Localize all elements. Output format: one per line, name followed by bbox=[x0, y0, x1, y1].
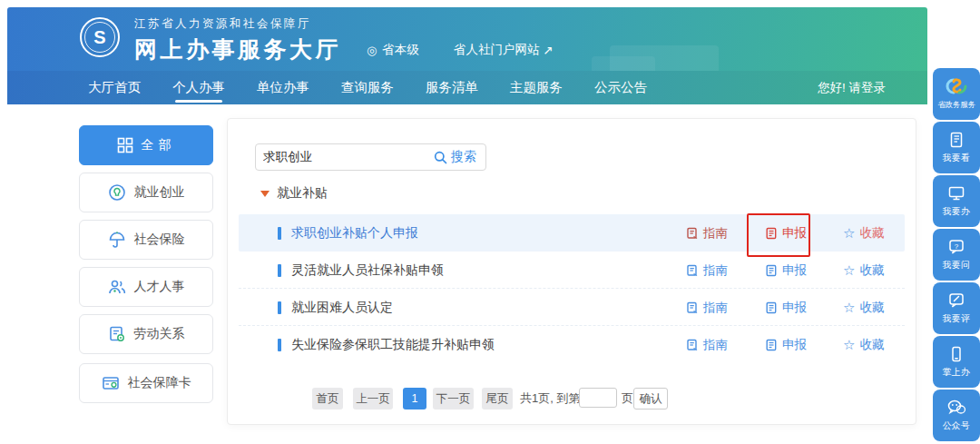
guide-label: 指南 bbox=[703, 262, 728, 279]
search-input[interactable] bbox=[256, 151, 430, 164]
svg-text:?: ? bbox=[955, 242, 959, 251]
rail-item-wechat[interactable]: 公众号 bbox=[933, 390, 980, 441]
rail-item-mobile[interactable]: 掌上办 bbox=[933, 336, 980, 388]
service-row: 失业保险参保职工技能提升补贴申领 指南 bbox=[239, 326, 905, 363]
nav-item-topics[interactable]: 主题服务 bbox=[509, 71, 564, 104]
service-row: 求职创业补贴个人申报 指南 bbox=[239, 214, 905, 252]
sidebar-item-social-security-card[interactable]: 社会保障卡 bbox=[79, 363, 213, 403]
portal-site-link[interactable]: 省人社门户网站 ↗ bbox=[454, 42, 554, 58]
star-icon: ☆ bbox=[843, 301, 855, 314]
apply-form-icon bbox=[765, 301, 778, 314]
rail-item-label: 我要问 bbox=[943, 259, 970, 271]
page-first-button[interactable]: 首页 bbox=[312, 388, 343, 409]
rail-item-label: 省政务服务 bbox=[937, 100, 975, 110]
favorite-link[interactable]: ☆ 收藏 bbox=[843, 326, 884, 363]
row-marker bbox=[278, 339, 281, 351]
sidebar-item-talent[interactable]: 人才人事 bbox=[79, 267, 213, 307]
apply-link[interactable]: 申报 bbox=[765, 289, 807, 326]
service-title-link[interactable]: 就业困难人员认定 bbox=[291, 289, 393, 326]
sidebar-item-labor-relations[interactable]: 劳动关系 bbox=[79, 314, 213, 354]
chevron-down-icon bbox=[260, 191, 270, 197]
nav-item-company[interactable]: 单位办事 bbox=[256, 71, 310, 104]
people-icon bbox=[108, 278, 126, 296]
page-number-current[interactable]: 1 bbox=[403, 388, 426, 409]
apply-link[interactable]: 申报 bbox=[765, 326, 807, 363]
rail-item-label: 我要评 bbox=[943, 312, 970, 324]
service-list-panel: 搜索 就业补贴 求职创业补贴个人申报 指南 bbox=[227, 118, 916, 425]
gov-service-logo bbox=[945, 76, 968, 96]
page-confirm-button[interactable]: 确认 bbox=[633, 388, 668, 409]
rail-item-handle[interactable]: 我要办 bbox=[933, 175, 980, 227]
favorite-label: 收藏 bbox=[859, 262, 884, 279]
guide-doc-icon bbox=[686, 264, 699, 277]
service-title-link[interactable]: 求职创业补贴个人申报 bbox=[291, 214, 418, 252]
service-title-link[interactable]: 灵活就业人员社保补贴申领 bbox=[291, 252, 444, 289]
portal-page: S 江苏省人力资源和社会保障厅 网上办事服务大厅 ◎ 省本级 省人社门户网站 ↗… bbox=[0, 0, 980, 444]
nav-item-service-list[interactable]: 服务清单 bbox=[425, 71, 479, 104]
category-toggle[interactable]: 就业补贴 bbox=[260, 185, 328, 202]
favorite-link[interactable]: ☆ 收藏 bbox=[843, 252, 884, 289]
rail-item-gov-service[interactable]: 省政务服务 bbox=[933, 68, 980, 120]
search-button[interactable]: 搜索 bbox=[430, 149, 485, 165]
header-decoration bbox=[592, 56, 655, 71]
location-pin-icon: ◎ bbox=[367, 44, 377, 57]
service-row: 就业困难人员认定 指南 bbox=[239, 289, 905, 326]
star-icon: ☆ bbox=[843, 263, 855, 277]
page-title: 网上办事服务大厅 bbox=[134, 35, 341, 64]
pagination: 首页 上一页 1 下一页 尾页 共1页, 到第 页 确认 bbox=[228, 388, 916, 411]
service-title-link[interactable]: 失业保险参保职工技能提升补贴申领 bbox=[291, 326, 495, 363]
apply-link[interactable]: 申报 bbox=[765, 252, 807, 289]
sidebar-item-social-insurance[interactable]: 社会保险 bbox=[79, 220, 213, 260]
page-total-text: 共1页, 到第 bbox=[520, 388, 580, 409]
id-card-icon bbox=[102, 374, 120, 392]
rail-item-label: 公众号 bbox=[943, 419, 970, 431]
apply-label: 申报 bbox=[782, 262, 807, 279]
header-banner: S 江苏省人力资源和社会保障厅 网上办事服务大厅 ◎ 省本级 省人社门户网站 ↗ bbox=[7, 7, 927, 71]
login-link[interactable]: 您好! 请登录 bbox=[818, 71, 886, 104]
apply-form-icon bbox=[765, 339, 778, 351]
favorite-label: 收藏 bbox=[859, 337, 884, 353]
favorite-link[interactable]: ☆ 收藏 bbox=[843, 289, 884, 326]
bulb-icon bbox=[108, 183, 126, 202]
service-rows: 求职创业补贴个人申报 指南 bbox=[228, 214, 916, 363]
nav-item-query[interactable]: 查询服务 bbox=[340, 71, 395, 104]
guide-link[interactable]: 指南 bbox=[686, 289, 728, 326]
rail-item-label: 我要看 bbox=[943, 152, 970, 163]
sidebar-item-employment[interactable]: 就业创业 bbox=[79, 173, 213, 212]
page-prev-button[interactable]: 上一页 bbox=[353, 388, 393, 409]
apply-link[interactable]: 申报 bbox=[765, 214, 807, 252]
org-name: 江苏省人力资源和社会保障厅 bbox=[134, 16, 341, 32]
region-selector[interactable]: ◎ 省本级 bbox=[367, 42, 419, 58]
page-goto-input[interactable] bbox=[579, 388, 617, 408]
row-marker bbox=[278, 227, 281, 240]
apply-form-icon bbox=[765, 227, 778, 240]
nav-item-personal[interactable]: 个人办事 bbox=[172, 71, 226, 104]
guide-link[interactable]: 指南 bbox=[686, 252, 728, 289]
favorite-link[interactable]: ☆ 收藏 bbox=[843, 214, 884, 252]
category-label: 就业补贴 bbox=[277, 185, 328, 202]
rail-item-ask[interactable]: ? 我要问 bbox=[933, 229, 980, 281]
search-box: 搜索 bbox=[255, 143, 486, 171]
page-next-button[interactable]: 下一页 bbox=[433, 388, 474, 409]
sidebar-item-label: 劳动关系 bbox=[134, 326, 185, 342]
mobile-icon bbox=[947, 345, 965, 363]
sidebar-item-label: 人才人事 bbox=[134, 279, 185, 295]
search-button-label: 搜索 bbox=[451, 149, 476, 165]
apply-label: 申报 bbox=[782, 225, 807, 242]
apply-label: 申报 bbox=[782, 300, 807, 316]
document-gear-icon bbox=[108, 325, 126, 343]
guide-doc-icon bbox=[686, 339, 699, 351]
question-bubble-icon: ? bbox=[947, 238, 965, 256]
sidebar-item-all[interactable]: 全部 bbox=[79, 125, 213, 165]
guide-link[interactable]: 指南 bbox=[686, 214, 728, 252]
page-last-button[interactable]: 尾页 bbox=[482, 388, 513, 409]
search-icon bbox=[434, 151, 447, 164]
nav-item-home[interactable]: 大厅首页 bbox=[87, 71, 142, 104]
rail-item-review[interactable]: 我要评 bbox=[933, 282, 980, 334]
sidebar-item-label: 社会保障卡 bbox=[128, 375, 191, 391]
external-arrow-icon: ↗ bbox=[544, 43, 554, 57]
rail-item-read[interactable]: 我要看 bbox=[933, 122, 980, 173]
guide-link[interactable]: 指南 bbox=[686, 326, 728, 363]
apply-form-icon bbox=[765, 264, 778, 277]
nav-item-announcements[interactable]: 公示公告 bbox=[593, 71, 648, 104]
